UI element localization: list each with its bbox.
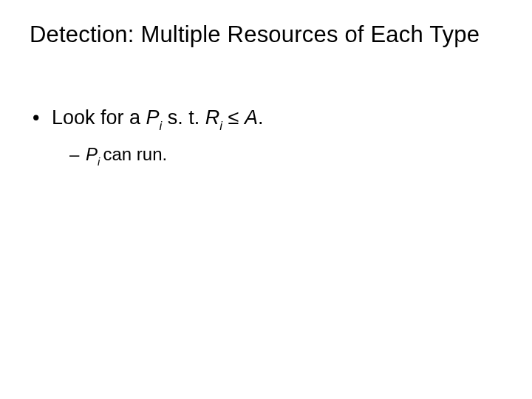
bullet-1-sub-1-subscript-i: i: [98, 156, 103, 168]
bullet-list-level2: Pi can run.: [52, 143, 502, 168]
bullet-1-sub-1-variable-p: P: [86, 144, 98, 164]
bullet-1-variable-a: A: [245, 106, 258, 129]
bullet-1-text-mid: s. t.: [162, 106, 205, 129]
bullet-1-subscript-i-2: i: [219, 119, 222, 133]
bullet-1-subscript-i-1: i: [160, 119, 163, 133]
bullet-1: Look for a Pi s. t. Ri ≤ A. Pi can run.: [33, 106, 502, 168]
bullet-1-sub-1: Pi can run.: [69, 143, 502, 168]
slide: Detection: Multiple Resources of Each Ty…: [0, 0, 532, 399]
bullet-list-level1: Look for a Pi s. t. Ri ≤ A. Pi can run.: [30, 106, 502, 168]
bullet-1-variable-r: R: [205, 106, 220, 129]
bullet-1-sub-1-text: can run.: [103, 144, 167, 164]
slide-body: Look for a Pi s. t. Ri ≤ A. Pi can run.: [30, 106, 502, 168]
bullet-1-variable-p: P: [146, 106, 160, 129]
bullet-1-text-lead: Look for a: [52, 106, 146, 129]
bullet-1-text-trail: .: [258, 106, 264, 129]
slide-title: Detection: Multiple Resources of Each Ty…: [30, 21, 502, 48]
bullet-1-leq: ≤: [222, 106, 245, 129]
